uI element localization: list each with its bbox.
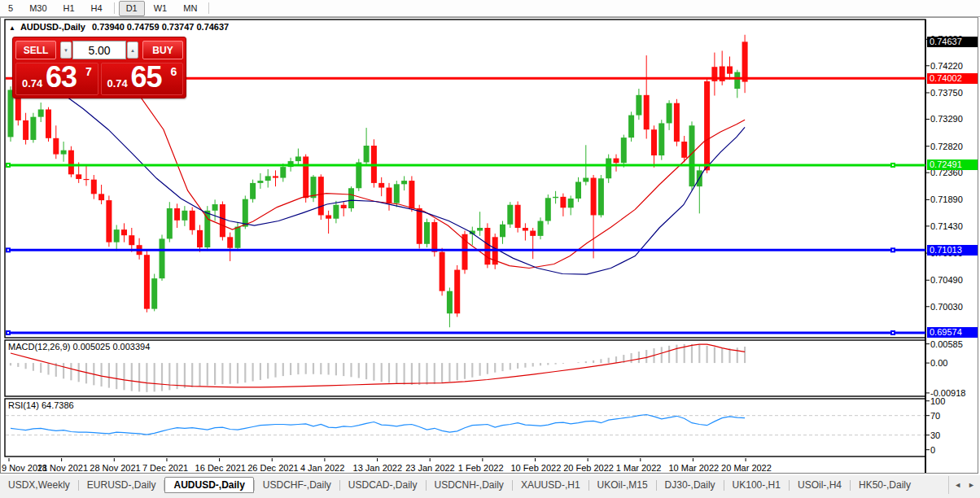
price-tag: 0.74637 bbox=[927, 37, 978, 47]
candle bbox=[440, 248, 445, 296]
chart-window: ▲AUDUSD-,Daily0.73940 0.74759 0.73747 0.… bbox=[0, 17, 978, 474]
candle bbox=[492, 234, 498, 269]
price-tick-label: 0.74220 bbox=[930, 61, 963, 71]
chart-title-bar: ▲AUDUSD-,Daily0.73940 0.74759 0.73747 0.… bbox=[9, 22, 229, 32]
candle bbox=[568, 195, 574, 215]
date-tick-label: 16 Dec 2021 bbox=[195, 463, 246, 473]
candle bbox=[560, 194, 566, 216]
candle bbox=[667, 100, 672, 130]
volume-increase-button[interactable]: ▲ bbox=[127, 42, 138, 59]
candle bbox=[38, 103, 44, 122]
candle bbox=[651, 125, 657, 168]
timeframe-button-mn[interactable]: MN bbox=[176, 1, 204, 16]
tab-scroll-left-icon[interactable]: ◄ bbox=[954, 481, 961, 489]
candle bbox=[628, 111, 634, 142]
candle bbox=[326, 211, 331, 234]
rsi-tick-label: 30 bbox=[930, 430, 940, 440]
chart-tab[interactable]: AUDUSD-,Daily bbox=[164, 477, 253, 493]
chart-tab[interactable]: USDCNH-,Daily bbox=[427, 477, 512, 493]
candle bbox=[387, 183, 392, 211]
candle bbox=[91, 175, 97, 199]
tab-scroll-right-icon[interactable]: ► bbox=[968, 481, 975, 489]
date-tick-label: 23 Jan 2022 bbox=[405, 463, 455, 473]
bid-price-display[interactable]: 0.74 63 7 bbox=[15, 63, 98, 95]
macd-tick-label: 0.00585 bbox=[930, 339, 963, 349]
candle bbox=[378, 177, 384, 196]
candle bbox=[523, 223, 528, 240]
price-tick-label: 0.71890 bbox=[930, 194, 963, 204]
candle bbox=[500, 221, 505, 244]
timeframe-button-h1[interactable]: H1 bbox=[56, 1, 82, 16]
date-tick-label: 4 Jan 2022 bbox=[300, 463, 344, 473]
date-tick-label: 7 Dec 2021 bbox=[142, 463, 188, 473]
candle bbox=[303, 155, 308, 203]
timeframe-button-h4[interactable]: H4 bbox=[84, 1, 110, 16]
price-tick-label: 0.70490 bbox=[930, 275, 963, 285]
bid-price-prefix: 0.74 bbox=[22, 77, 42, 90]
candle bbox=[658, 120, 664, 159]
macd-indicator-label: MACD(12,26,9) 0.005025 0.003394 bbox=[8, 342, 150, 352]
chart-tab[interactable]: UKOil-,M15 bbox=[589, 477, 656, 493]
candle bbox=[409, 176, 414, 212]
timeframe-button-d1[interactable]: D1 bbox=[119, 1, 145, 16]
price-tick-label: 0.70030 bbox=[930, 302, 963, 312]
chart-tab[interactable]: DJ30-,Daily bbox=[657, 477, 724, 493]
candle bbox=[295, 149, 301, 166]
volume-decrease-button[interactable]: ▼ bbox=[60, 42, 72, 59]
date-tick-label: 26 Dec 2021 bbox=[247, 463, 298, 473]
candle bbox=[106, 195, 112, 247]
chart-tab[interactable]: USDX,Weekly bbox=[0, 477, 78, 493]
candle bbox=[644, 55, 650, 138]
candle bbox=[704, 78, 710, 173]
trade-panel-controls: SELL ▼ ▲ BUY bbox=[15, 40, 183, 60]
chart-tab[interactable]: EURUSD-,Daily bbox=[79, 477, 164, 493]
candle bbox=[333, 201, 339, 224]
toolbar-separator bbox=[208, 2, 209, 14]
trade-panel-quotes: 0.74 63 7 0.74 65 6 bbox=[15, 63, 183, 95]
chart-tab[interactable]: HK50-,Daily bbox=[851, 477, 919, 493]
timeframe-button-5[interactable]: 5 bbox=[1, 1, 20, 16]
rsi-indicator-label: RSI(14) 64.7386 bbox=[8, 400, 74, 410]
candle bbox=[121, 223, 127, 242]
candle bbox=[174, 203, 180, 228]
candle bbox=[114, 225, 120, 251]
price-tag: 0.71013 bbox=[927, 245, 978, 256]
rsi-tick-label: 100 bbox=[930, 396, 945, 406]
timeframe-button-m30[interactable]: M30 bbox=[22, 1, 54, 16]
candle bbox=[545, 194, 551, 225]
candle bbox=[257, 173, 263, 189]
chart-tab[interactable]: XAUUSD-,H1 bbox=[513, 477, 588, 493]
rsi-line bbox=[11, 415, 745, 435]
candle bbox=[515, 202, 521, 233]
one-click-panel-toggle[interactable]: ▲ bbox=[9, 24, 15, 32]
candle bbox=[341, 202, 347, 216]
candle bbox=[720, 50, 725, 85]
date-tick-label: 20 Mar 2022 bbox=[721, 463, 772, 473]
chart-symbol-label: AUDUSD-,Daily bbox=[20, 22, 85, 32]
timeframe-button-w1[interactable]: W1 bbox=[147, 1, 175, 16]
candle bbox=[727, 56, 733, 79]
sell-button[interactable]: SELL bbox=[15, 41, 56, 59]
bid-price-main: 63 bbox=[46, 60, 77, 94]
candle bbox=[454, 265, 460, 317]
buy-button[interactable]: BUY bbox=[142, 41, 183, 59]
candle bbox=[606, 155, 611, 183]
bid-price-pip: 7 bbox=[85, 65, 92, 78]
mt4-terminal: 5M30H1H4D1W1MN ▲AUDUSD-,Daily0.73940 0.7… bbox=[0, 0, 980, 498]
candle bbox=[212, 199, 218, 221]
chart-tab[interactable]: USDCHF-,Daily bbox=[255, 477, 339, 493]
date-tick-label: 28 Nov 2021 bbox=[90, 463, 140, 473]
candle bbox=[84, 166, 90, 186]
volume-input[interactable] bbox=[72, 41, 126, 59]
price-tag: 0.69574 bbox=[927, 327, 978, 338]
chart-tabs: USDX,WeeklyEURUSD-,DailyAUDUSD-,DailyUSD… bbox=[0, 476, 948, 494]
date-tick-label: 1 Mar 2022 bbox=[616, 463, 662, 473]
candle bbox=[53, 125, 59, 159]
chart-tab[interactable]: UK100-,H1 bbox=[724, 477, 789, 493]
tab-scroll-arrows: ◄ ► bbox=[948, 476, 980, 494]
date-tick-label: 1 Feb 2022 bbox=[458, 463, 504, 473]
chart-tab[interactable]: USDCAD-,Daily bbox=[340, 477, 426, 493]
ask-price-display[interactable]: 0.74 65 6 bbox=[101, 63, 184, 95]
candle bbox=[348, 186, 354, 212]
chart-tab[interactable]: USOil-,H4 bbox=[790, 477, 850, 493]
